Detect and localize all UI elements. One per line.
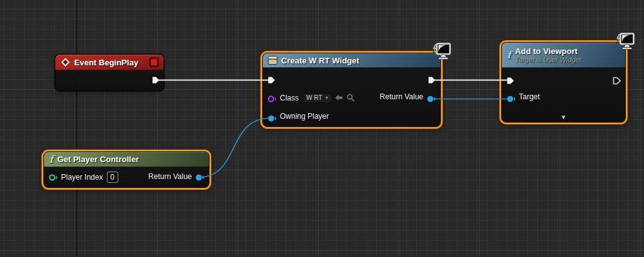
function-icon: f [49, 155, 53, 164]
exec-out-pin[interactable] [152, 75, 160, 87]
wire-layer [0, 0, 644, 257]
widget-panel-icon [268, 56, 277, 65]
chevron-down-icon: ▾ [325, 96, 328, 101]
node-event-beginplay[interactable]: Event BeginPlay [55, 55, 164, 90]
node-get-player-controller-header: f Get Player Controller [44, 152, 209, 167]
return-value-label: Return Value [380, 92, 423, 101]
editor-monitor-icon [430, 41, 452, 65]
use-selected-asset-icon[interactable] [335, 94, 343, 101]
player-index-pin[interactable] [48, 173, 58, 184]
delegate-badge-icon [150, 58, 158, 67]
class-select-dropdown[interactable]: W RT ▾ [303, 92, 331, 103]
node-get-player-controller[interactable]: f Get Player Controller Player Index Ret… [44, 152, 209, 187]
exec-out-pin[interactable] [613, 76, 621, 87]
return-value-pin[interactable] [195, 173, 205, 184]
node-subtitle: Target is User Widget [515, 56, 581, 63]
grid-origin-axis [76, 0, 77, 257]
exec-in-pin[interactable] [267, 75, 275, 87]
node-event-beginplay-header: Event BeginPlay [55, 55, 164, 70]
target-pin[interactable] [506, 94, 516, 106]
node-add-to-viewport[interactable]: f Add to Viewport Target is User Widget … [502, 43, 625, 122]
return-value-pin[interactable] [426, 94, 436, 106]
node-create-widget[interactable]: Create W RT Widget Class W RT ▾ [263, 53, 440, 126]
event-diamond-icon [60, 57, 70, 67]
collapse-node-arrow-icon[interactable]: ▼ [560, 114, 567, 121]
node-title: Get Player Controller [57, 155, 139, 164]
exec-out-pin[interactable] [428, 75, 436, 87]
function-icon: f [507, 51, 511, 60]
class-pin-label: Class [280, 94, 299, 102]
return-value-label: Return Value [148, 172, 192, 181]
node-create-widget-header: Create W RT Widget [263, 53, 440, 68]
node-title: Add to Viewport [515, 46, 581, 56]
blueprint-graph-canvas[interactable]: Event BeginPlay Create W RT Widget [0, 0, 644, 257]
target-pin-label: Target [519, 92, 540, 101]
owning-player-pin[interactable] [267, 114, 277, 125]
data-wire-controller-to-owningplayer [199, 118, 270, 177]
browse-asset-icon[interactable] [347, 94, 355, 102]
node-title: Event BeginPlay [74, 58, 138, 67]
player-index-input[interactable] [107, 172, 118, 183]
node-add-to-viewport-header: f Add to Viewport Target is User Widget [502, 43, 625, 68]
editor-monitor-icon [614, 31, 635, 55]
class-select-value: W RT [306, 94, 322, 101]
exec-in-pin[interactable] [506, 76, 514, 87]
class-pin[interactable] [267, 94, 277, 106]
node-title: Create W RT Widget [281, 56, 359, 65]
owning-player-label: Owning Player [280, 112, 329, 121]
player-index-label: Player Index [61, 173, 103, 182]
